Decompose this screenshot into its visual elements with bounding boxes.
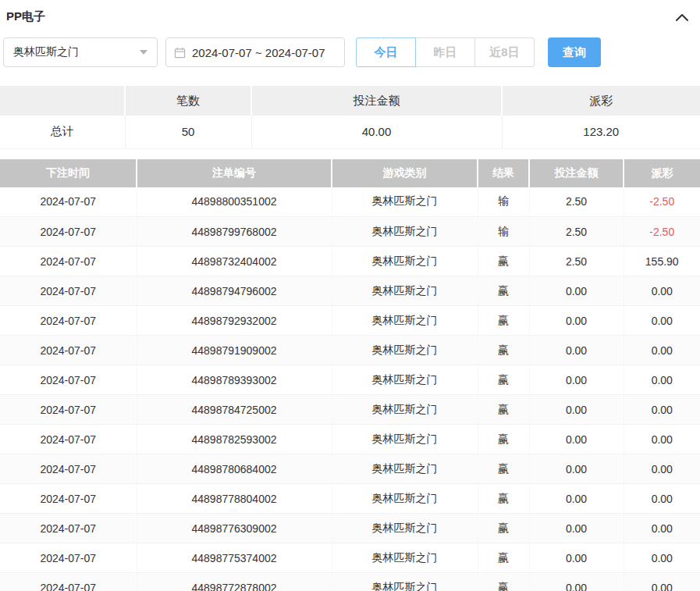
chevron-up-icon[interactable] [673,11,691,23]
calendar-icon [174,47,186,59]
order-no-cell: 44898782593002 [137,425,332,454]
table-row: 2024-07-0744898776309002奥林匹斯之门赢0.000.00 [0,514,700,543]
result-cell: 赢 [478,454,529,484]
result-cell: 赢 [478,306,529,336]
payout-cell: 155.90 [624,247,700,276]
summary-total-label: 总计 [0,116,125,148]
bet-records-table: 下注时间 注单编号 游戏类别 结果 投注金额 派彩 2024-07-074489… [0,159,700,591]
bet-time-cell: 2024-07-07 [0,484,137,514]
quick-date-button-group: 今日 昨日 近8日 [356,37,535,67]
quick-button-last-8-days[interactable]: 近8日 [474,37,535,67]
bet-amount-cell: 0.00 [529,306,624,336]
order-no-cell: 44898791909002 [137,336,332,365]
quick-button-yesterday[interactable]: 昨日 [415,37,475,67]
game-category-cell: 奥林匹斯之门 [332,543,478,573]
payout-cell: 0.00 [624,336,700,365]
chevron-down-icon [140,50,147,55]
summary-header-count: 笔数 [125,86,251,116]
game-category-cell: 奥林匹斯之门 [332,187,478,217]
date-range-value: 2024-07-07 ~ 2024-07-07 [192,46,325,59]
payout-cell: -2.50 [624,187,700,217]
result-cell: 赢 [478,543,529,573]
result-cell: 赢 [478,395,529,425]
bet-time-cell: 2024-07-07 [0,365,137,395]
payout-cell: 0.00 [624,484,700,514]
result-cell: 赢 [478,276,529,306]
summary-total-count: 50 [125,116,251,148]
game-category-cell: 奥林匹斯之门 [332,365,478,395]
table-row: 2024-07-0744898791909002奥林匹斯之门赢0.000.00 [0,336,700,365]
table-row: 2024-07-0744898794796002奥林匹斯之门赢0.000.00 [0,276,700,306]
search-button[interactable]: 查询 [548,37,601,67]
payout-cell: 0.00 [624,454,700,484]
payout-cell: 0.00 [624,425,700,454]
pp-games-panel: PP电子 奥林匹斯之门 2024-07-07 ~ 2024-07-07 今日 昨… [0,0,700,591]
order-no-cell: 44898778804002 [137,484,332,514]
game-select[interactable]: 奥林匹斯之门 [3,37,158,67]
bet-amount-cell: 0.00 [529,425,624,454]
bet-time-cell: 2024-07-07 [0,306,137,336]
bet-time-cell: 2024-07-07 [0,543,137,573]
payout-cell: -2.50 [624,217,700,247]
result-cell: 输 [478,217,529,247]
order-no-cell: 44898772878002 [137,573,332,591]
game-select-value: 奥林匹斯之门 [13,45,79,59]
bet-amount-cell: 2.50 [529,217,624,247]
header-order-no: 注单编号 [137,159,332,187]
bet-amount-cell: 0.00 [529,365,624,395]
quick-button-today[interactable]: 今日 [356,37,416,67]
payout-cell: 0.00 [624,543,700,573]
order-no-cell: 44898794796002 [137,276,332,306]
bet-time-cell: 2024-07-07 [0,395,137,425]
summary-header-row: 笔数 投注金额 派彩 [0,86,700,116]
order-no-cell: 44898784725002 [137,395,332,425]
payout-cell: 0.00 [624,306,700,336]
table-row: 2024-07-0744898775374002奥林匹斯之门赢0.000.00 [0,543,700,573]
result-cell: 赢 [478,573,529,591]
order-no-cell: 44898800351002 [137,187,332,217]
summary-total-bet-amount: 40.00 [251,116,502,148]
header-bet-amount: 投注金额 [529,159,624,187]
result-cell: 赢 [478,247,529,276]
bet-time-cell: 2024-07-07 [0,217,137,247]
payout-cell: 0.00 [624,514,700,543]
bet-time-cell: 2024-07-07 [0,425,137,454]
table-row: 2024-07-0744898772878002奥林匹斯之门赢0.000.00 [0,573,700,591]
game-category-cell: 奥林匹斯之门 [332,217,478,247]
game-category-cell: 奥林匹斯之门 [332,247,478,276]
summary-header-payout: 派彩 [502,86,700,116]
bet-amount-cell: 2.50 [529,187,624,217]
filter-bar: 奥林匹斯之门 2024-07-07 ~ 2024-07-07 今日 昨日 近8日… [3,37,700,67]
date-range-input[interactable]: 2024-07-07 ~ 2024-07-07 [165,37,345,67]
table-row: 2024-07-0744898780684002奥林匹斯之门赢0.000.00 [0,454,700,484]
bet-amount-cell: 0.00 [529,336,624,365]
table-row: 2024-07-0744898800351002奥林匹斯之门输2.50-2.50 [0,187,700,217]
bet-time-cell: 2024-07-07 [0,573,137,591]
order-no-cell: 44898775374002 [137,543,332,573]
summary-total-row: 总计 50 40.00 123.20 [0,116,700,148]
game-category-cell: 奥林匹斯之门 [332,425,478,454]
table-row: 2024-07-0744898784725002奥林匹斯之门赢0.000.00 [0,395,700,425]
game-category-cell: 奥林匹斯之门 [332,514,478,543]
bet-amount-cell: 0.00 [529,276,624,306]
header-game-category: 游戏类别 [332,159,478,187]
order-no-cell: 44898776309002 [137,514,332,543]
page-title: PP电子 [6,9,45,24]
bet-amount-cell: 0.00 [529,395,624,425]
bet-amount-cell: 0.00 [529,484,624,514]
bet-table-header-row: 下注时间 注单编号 游戏类别 结果 投注金额 派彩 [0,159,700,187]
result-cell: 赢 [478,514,529,543]
header-payout: 派彩 [624,159,700,187]
order-no-cell: 44898789393002 [137,365,332,395]
order-no-cell: 44898792932002 [137,306,332,336]
bet-amount-cell: 0.00 [529,543,624,573]
table-row: 2024-07-0744898782593002奥林匹斯之门赢0.000.00 [0,425,700,454]
header-result: 结果 [478,159,529,187]
game-category-cell: 奥林匹斯之门 [332,395,478,425]
order-no-cell: 44898732404002 [137,247,332,276]
summary-header-empty [0,86,125,116]
bet-time-cell: 2024-07-07 [0,514,137,543]
game-category-cell: 奥林匹斯之门 [332,336,478,365]
bet-amount-cell: 0.00 [529,514,624,543]
table-row: 2024-07-0744898789393002奥林匹斯之门赢0.000.00 [0,365,700,395]
